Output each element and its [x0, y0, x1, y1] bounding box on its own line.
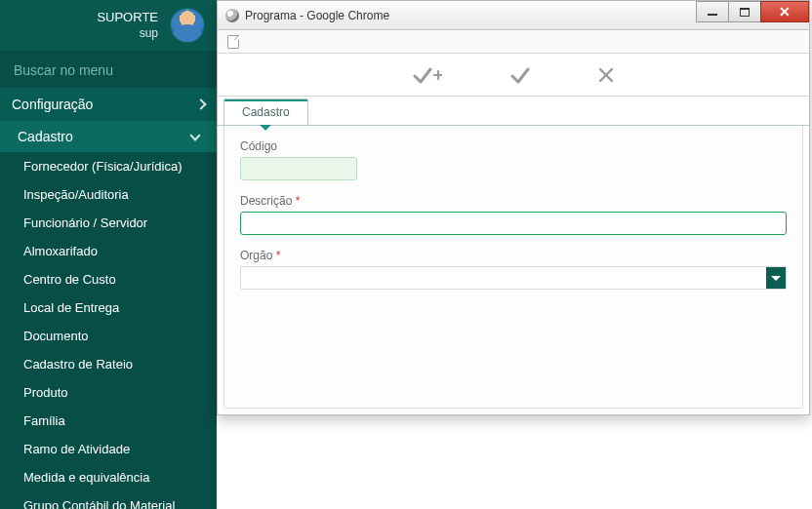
maximize-icon — [740, 8, 750, 17]
menu-item-local-entrega[interactable]: Local de Entrega — [0, 294, 217, 322]
dialog-window: Programa - Google Chrome ✕ — [217, 0, 810, 415]
avatar[interactable] — [170, 8, 205, 43]
window-close-button[interactable]: ✕ — [760, 1, 809, 22]
window-controls: ✕ — [697, 1, 809, 29]
field-codigo: Código — [240, 139, 787, 180]
menu-search-input[interactable] — [14, 62, 203, 78]
orgao-value — [241, 267, 766, 289]
menu-search-wrap — [0, 51, 217, 88]
close-icon — [598, 67, 614, 83]
menu-list: Fornecedor (Física/Jurídica) Inspeção/Au… — [0, 152, 217, 509]
main-area: Programa - Google Chrome ✕ — [217, 0, 812, 509]
chrome-icon — [225, 9, 239, 22]
menu-item-cadastro-rateio[interactable]: Cadastro de Rateio — [0, 350, 217, 378]
window-title: Programa - Google Chrome — [245, 9, 389, 22]
orgao-label: Orgão * — [240, 249, 787, 262]
page-icon — [227, 35, 239, 49]
section-configuracao[interactable]: Configuração — [0, 88, 217, 121]
chevron-right-icon — [195, 98, 206, 109]
titlebar[interactable]: Programa - Google Chrome ✕ — [218, 1, 809, 30]
window-maximize-button[interactable] — [728, 1, 761, 22]
required-marker: * — [296, 194, 301, 208]
sidebar: SUPORTE sup Configuração Cadastro Fornec… — [0, 0, 217, 509]
menu-item-inspecao[interactable]: Inspeção/Auditoria — [0, 180, 217, 209]
field-orgao: Orgão * — [240, 249, 787, 290]
menu-item-medida-equivalencia[interactable]: Medida e equivalência — [0, 463, 217, 491]
menu-item-familia[interactable]: Família — [0, 407, 217, 435]
role-label: SUPORTE — [97, 10, 158, 26]
chevron-down-icon — [771, 276, 781, 281]
section-label: Configuração — [12, 97, 93, 112]
menu-item-produto[interactable]: Produto — [0, 378, 217, 407]
dropdown-caret[interactable] — [766, 267, 786, 289]
menu-item-grupo-contabil[interactable]: Grupo Contábil do Material — [0, 491, 217, 509]
tab-label: Cadastro — [242, 105, 290, 119]
tab-cadastro[interactable]: Cadastro — [223, 98, 308, 125]
subgroup-label: Cadastro — [18, 129, 73, 144]
menu-item-funcionario[interactable]: Funcionário / Servidor — [0, 209, 217, 237]
orgao-label-text: Orgão — [240, 249, 272, 262]
orgao-select[interactable] — [240, 266, 787, 290]
window-minimize-button[interactable] — [696, 1, 729, 22]
required-marker: * — [276, 249, 281, 262]
address-bar[interactable] — [218, 30, 809, 54]
descricao-input[interactable] — [240, 212, 787, 235]
menu-item-ramo-atividade[interactable]: Ramo de Atividade — [0, 435, 217, 463]
subgroup-cadastro[interactable]: Cadastro — [0, 121, 217, 152]
menu-item-documento[interactable]: Documento — [0, 322, 217, 350]
save-and-new-button[interactable] — [413, 65, 442, 85]
tabstrip: Cadastro — [218, 97, 809, 126]
menu-item-almoxarifado[interactable]: Almoxarifado — [0, 237, 217, 265]
descricao-label-text: Descrição — [240, 194, 292, 208]
minimize-icon — [708, 14, 717, 16]
descricao-label: Descrição * — [240, 194, 787, 208]
cancel-button[interactable] — [598, 67, 614, 83]
menu-item-fornecedor[interactable]: Fornecedor (Física/Jurídica) — [0, 152, 217, 180]
form-toolbar — [218, 54, 809, 97]
sidebar-header: SUPORTE sup — [0, 0, 217, 51]
codigo-input[interactable] — [240, 157, 357, 180]
field-descricao: Descrição * — [240, 194, 787, 235]
tab-active-indicator-icon — [260, 125, 271, 131]
check-icon — [510, 65, 530, 85]
chevron-down-icon — [189, 130, 200, 140]
close-icon: ✕ — [779, 4, 791, 20]
save-button[interactable] — [510, 65, 530, 85]
codigo-label: Código — [240, 139, 787, 153]
username-label: sup — [97, 26, 158, 42]
menu-item-centro-custo[interactable]: Centro de Custo — [0, 265, 217, 294]
check-plus-icon — [413, 65, 442, 85]
form-area: Código Descrição * Orgão * — [223, 126, 803, 409]
user-info: SUPORTE sup — [97, 10, 158, 41]
